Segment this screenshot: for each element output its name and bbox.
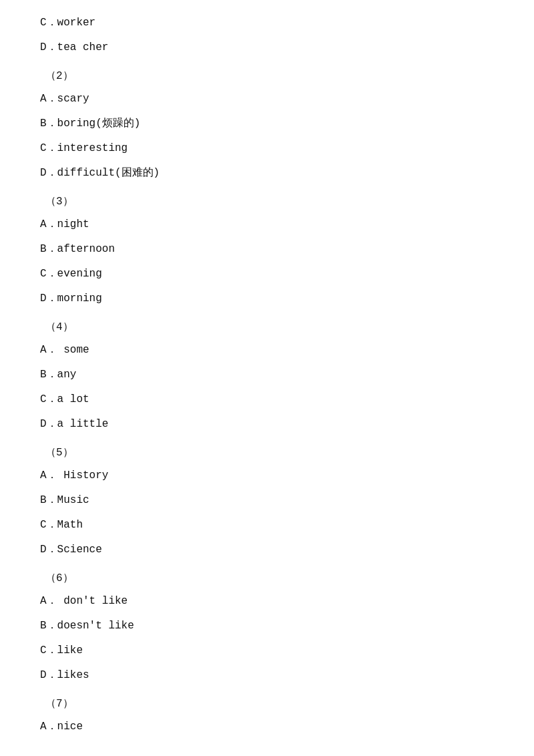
- d-alittle: D．a little: [40, 415, 494, 434]
- d-difficult: D．difficult(困难的): [40, 164, 494, 183]
- section2: （2）: [40, 67, 494, 86]
- a-history: A． History: [40, 466, 494, 486]
- b-music: B．Music: [40, 491, 494, 510]
- d-morning: D．morning: [40, 289, 494, 309]
- c-worker: C．worker: [40, 13, 494, 33]
- c-alot: C．a lot: [40, 390, 494, 409]
- a-nice: A．nice: [40, 717, 494, 737]
- d-teacher: D．tea cher: [40, 38, 494, 57]
- section3: （3）: [40, 192, 494, 212]
- section7: （7）: [40, 695, 494, 714]
- a-scary: A．scary: [40, 89, 494, 109]
- b-boring: B．boring(烦躁的): [40, 114, 494, 134]
- c-math: C．Math: [40, 516, 494, 535]
- section5: （5）: [40, 443, 494, 463]
- c-like: C．like: [40, 641, 494, 660]
- a-night: A．night: [40, 215, 494, 234]
- a-some: A． some: [40, 341, 494, 360]
- d-likes: D．likes: [40, 666, 494, 685]
- a-dontlike: A． don't like: [40, 592, 494, 611]
- b-doesntlike: B．doesn't like: [40, 616, 494, 636]
- section6: （6）: [40, 569, 494, 588]
- b-afternoon: B．afternoon: [40, 240, 494, 259]
- c-interesting: C．interesting: [40, 139, 494, 158]
- d-science: D．Science: [40, 540, 494, 560]
- c-evening: C．evening: [40, 264, 494, 284]
- section4: （4）: [40, 318, 494, 337]
- b-any: B．any: [40, 365, 494, 385]
